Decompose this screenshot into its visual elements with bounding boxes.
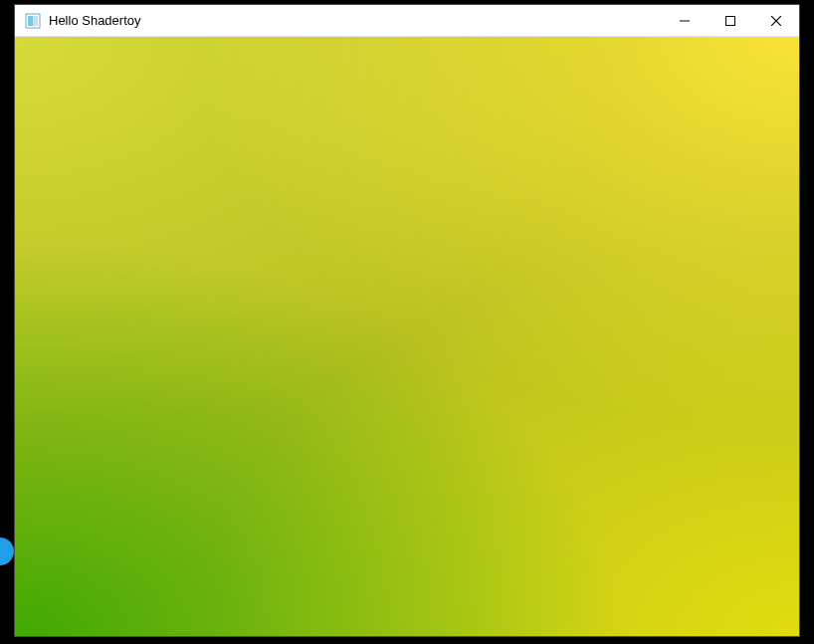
window-controls <box>662 5 799 36</box>
client-area <box>15 37 799 636</box>
minimize-button[interactable] <box>662 5 708 36</box>
app-icon <box>25 13 41 29</box>
svg-rect-4 <box>726 16 735 25</box>
window-title: Hello Shadertoy <box>49 13 662 28</box>
background-accent <box>0 537 14 565</box>
svg-rect-2 <box>28 16 33 26</box>
maximize-button[interactable] <box>708 5 753 36</box>
close-button[interactable] <box>753 5 799 36</box>
shader-viewport <box>15 37 799 636</box>
titlebar[interactable]: Hello Shadertoy <box>15 5 799 37</box>
close-icon <box>771 16 781 26</box>
application-window: Hello Shadertoy <box>14 4 800 637</box>
minimize-icon <box>680 16 690 26</box>
maximize-icon <box>725 16 735 26</box>
